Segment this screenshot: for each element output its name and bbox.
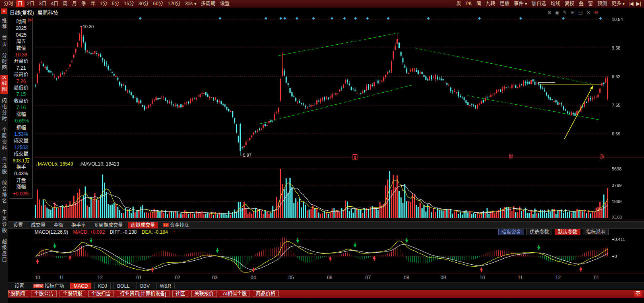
bottom-link-button[interactable]: 个股研报 [60,291,85,297]
volume-canvas[interactable] [35,161,644,220]
indicator-tab[interactable]: 设置 [10,222,26,228]
period-button[interactable]: 多周期 [199,0,217,7]
toolbar-button[interactable]: 事件 ▾ [512,0,529,7]
event-diamond-icon[interactable]: ◆ [264,16,267,20]
toolbar-button[interactable]: 加自选 [530,0,548,7]
toolbar-button[interactable]: 连板 [497,0,511,7]
toolbar-button[interactable]: PK [463,0,474,7]
axis-marker[interactable]: q [353,154,357,160]
period-button[interactable]: 季 [79,0,88,7]
indicator-selector-tab[interactable]: MACD [70,283,91,289]
event-diamond-icon[interactable]: ◆ [343,16,346,20]
sidebar-item[interactable]: 闪电分时 [0,97,8,123]
toolbar-button[interactable]: 发 [454,0,463,7]
period-button[interactable]: 年 [89,0,97,7]
event-diamond-icon[interactable]: ◆ [219,16,221,20]
bottom-link-button[interactable]: 社区 [172,291,188,297]
kline-chart-panel[interactable]: ◆◆◆◆◆◆◆◆◆◆◆◆◆◆◆◆◆ [35,16,644,158]
period-button[interactable]: 4日 [49,0,60,7]
event-diamond-icon[interactable]: ◆ [599,16,602,20]
sidebar-expand-icon[interactable]: » [1,8,7,14]
period-button[interactable]: 周 [61,0,70,7]
macd-param-button[interactable]: 默认参数 [555,229,580,235]
indicator-tab[interactable]: 金额 [51,222,66,228]
axis-marker[interactable]: 涨 [600,154,605,159]
macd-param-button[interactable]: 优选参数 [526,229,552,235]
indicator-tab[interactable]: 成交量 [28,222,48,228]
chart-tool-icon[interactable]: ⊠ [586,10,590,15]
event-diamond-icon[interactable]: ◆ [283,16,286,20]
sidebar-item[interactable]: 个股资料 [0,126,8,153]
bottom-link-button[interactable]: 商品价格 [253,291,279,297]
toolbar-button[interactable]: 更多 ▾ [609,0,627,7]
indicator-tab[interactable]: 换手率 [68,222,89,228]
event-diamond-icon[interactable]: ◆ [330,16,333,20]
event-diamond-icon[interactable]: ◆ [478,16,481,20]
indicator-selector-tab[interactable]: BOLL [114,283,133,289]
indicator-selector-tab[interactable]: 设置 [11,283,27,289]
volume-panel[interactable]: ↓MAVOL5: 16549↓MAVOL10: 18423 [35,161,644,220]
period-button[interactable]: 60分 [151,0,165,7]
period-button[interactable]: 月 [70,0,79,7]
event-diamond-icon[interactable]: ◆ [366,16,369,20]
period-button[interactable]: 120分 [166,0,183,7]
event-diamond-icon[interactable]: ◆ [312,16,315,20]
axis-marker[interactable]: 财 [509,154,513,159]
bottom-link-button[interactable]: 个股扫雷 [88,291,114,297]
macd-param-button[interactable]: 指标说明 [583,229,609,235]
macd-param-button[interactable]: 暗盘资金 [498,229,524,235]
event-diamond-icon[interactable]: ◆ [139,16,142,20]
chart-tool-icon[interactable]: ◉ [555,10,559,15]
bottom-link-button[interactable]: 关联报价 [191,291,217,297]
bottom-link-button[interactable]: AI相似个股 [220,291,250,297]
indicator-tab[interactable]: 虚拟成交量 [128,222,158,228]
event-diamond-icon[interactable]: ◆ [427,16,430,20]
event-diamond-icon[interactable]: ◆ [279,16,282,20]
event-diamond-icon[interactable]: ◆ [387,16,390,20]
toolbar-button[interactable]: 窗 [586,0,595,7]
period-button[interactable]: 15分 [122,0,136,7]
sidebar-item[interactable]: K线图 [0,75,8,94]
toolbar-button[interactable]: ▶| [635,0,642,7]
period-button[interactable]: 30s ▾ [183,0,199,7]
event-diamond-icon[interactable]: ◆ [519,16,522,20]
toolbar-button[interactable]: 均线 [549,0,562,7]
period-button[interactable]: 设置 [218,0,231,7]
toolbar-button[interactable]: 九转 [483,0,497,7]
period-button[interactable]: 3日 [37,0,49,7]
indicator-selector-tab[interactable]: OBV [136,283,153,289]
event-diamond-icon[interactable]: ◆ [354,16,357,20]
indicator-tab[interactable]: L2 资金抄底 [160,222,192,228]
period-button[interactable]: 2日 [25,0,37,7]
period-button[interactable]: 1分 [98,0,109,7]
kline-canvas[interactable] [35,16,644,158]
indicator-tab[interactable]: 多周期成交量 [91,222,126,228]
event-diamond-icon[interactable]: ◆ [295,16,298,20]
macd-panel[interactable] [35,236,644,274]
period-button[interactable]: 日 [16,0,25,7]
sidebar-item[interactable]: 综合排名 [0,179,8,205]
chart-tool-icon[interactable]: ⊖ [594,10,598,15]
toolbar-button[interactable]: |◀ [627,0,634,7]
indicator-selector-tab[interactable]: W&R [156,283,175,289]
close-icon[interactable]: ✕ [28,18,33,22]
sidebar-item[interactable]: 超级盘口 [0,238,8,264]
event-diamond-icon[interactable]: ◆ [562,16,565,20]
bottom-link-button[interactable]: 个股公告 [31,291,57,297]
period-button[interactable]: 5分 [110,0,122,7]
period-button[interactable]: 30分 [136,0,151,7]
indicator-selector-tab[interactable]: NEW 指标广场 [30,283,67,289]
indicator-selector-tab[interactable]: KDJ [94,283,111,289]
sidebar-item[interactable]: 首页 [0,34,8,49]
period-button[interactable]: 分时 [2,0,15,7]
chart-tool-icon[interactable]: ⊞ [571,10,575,15]
toolbar-button[interactable]: 复权 [563,0,576,7]
sidebar-item[interactable]: 自选股 [0,156,8,176]
chart-tool-icon[interactable]: ✎ [563,10,567,15]
right-corner-tag[interactable]: 不 [634,291,642,297]
chart-tool-icon[interactable]: ⊛ [547,10,551,15]
sidebar-item[interactable]: 分时图 [0,52,8,72]
toolbar-button[interactable]: 叠 [577,0,586,7]
chart-tool-icon[interactable]: ▤ [578,10,583,15]
macd-canvas[interactable] [35,236,644,274]
